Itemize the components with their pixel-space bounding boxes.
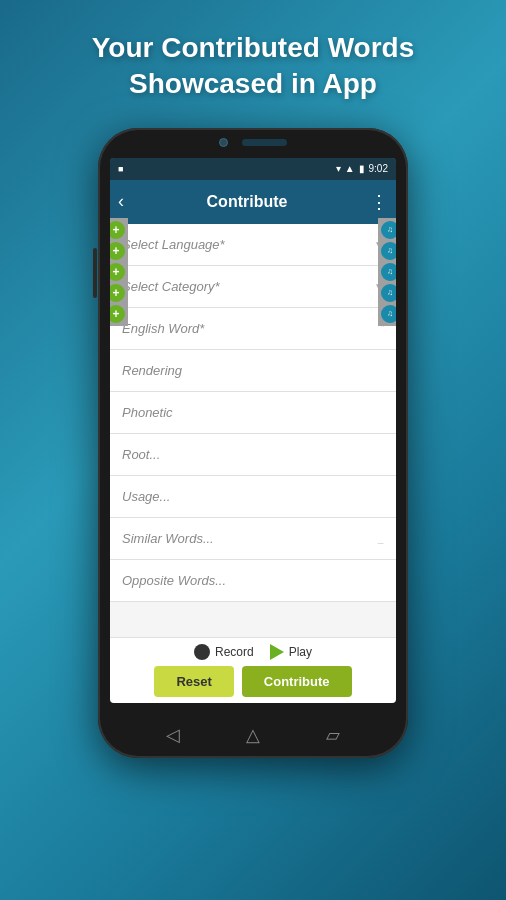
nav-back-button[interactable]: ◁ bbox=[166, 724, 180, 746]
select-category-field[interactable]: Select Category* ▼ bbox=[110, 266, 396, 308]
record-play-row: Record Play bbox=[120, 644, 386, 660]
app-bar-title: Contribute bbox=[132, 193, 362, 211]
notification-icon: ■ bbox=[118, 164, 123, 174]
add-button-1[interactable]: + bbox=[110, 221, 125, 239]
wifi-icon: ▾ bbox=[336, 163, 341, 174]
nav-recent-button[interactable]: ▱ bbox=[326, 724, 340, 746]
phone-top-bar bbox=[219, 138, 287, 147]
right-audio-strip: ♫ ♫ ♫ ♫ ♫ bbox=[378, 218, 396, 326]
audio-button-4[interactable]: ♫ bbox=[381, 284, 396, 302]
left-add-strip: + + + + + bbox=[110, 218, 128, 326]
add-button-2[interactable]: + bbox=[110, 242, 125, 260]
action-bar: Record Play Reset Contribute bbox=[110, 637, 396, 703]
select-category-placeholder: Select Category* bbox=[122, 279, 220, 294]
phone-nav-bar: ◁ △ ▱ bbox=[133, 724, 373, 746]
camera bbox=[219, 138, 228, 147]
record-button[interactable]: Record bbox=[194, 644, 254, 660]
more-options-button[interactable]: ⋮ bbox=[370, 191, 388, 213]
play-triangle-icon bbox=[270, 644, 284, 660]
add-button-5[interactable]: + bbox=[110, 305, 125, 323]
opposite-words-field[interactable]: Opposite Words... bbox=[110, 560, 396, 602]
play-button[interactable]: Play bbox=[270, 644, 312, 660]
reset-button[interactable]: Reset bbox=[154, 666, 233, 697]
add-button-3[interactable]: + bbox=[110, 263, 125, 281]
time-display: 9:02 bbox=[369, 163, 388, 174]
phone-device: ■ ▾ ▲ ▮ 9:02 ‹ Contribute ⋮ bbox=[98, 128, 408, 768]
rendering-placeholder: Rendering bbox=[122, 363, 182, 378]
phonetic-placeholder: Phonetic bbox=[122, 405, 173, 420]
similar-words-field[interactable]: Similar Words... _ bbox=[110, 518, 396, 560]
record-circle-icon bbox=[194, 644, 210, 660]
similar-words-icon: _ bbox=[378, 533, 384, 544]
root-field[interactable]: Root... bbox=[110, 434, 396, 476]
english-word-field[interactable]: English Word* " bbox=[110, 308, 396, 350]
submit-buttons-row: Reset Contribute bbox=[120, 666, 386, 697]
usage-field[interactable]: Usage... bbox=[110, 476, 396, 518]
app-bar: ‹ Contribute ⋮ bbox=[110, 180, 396, 224]
opposite-words-placeholder: Opposite Words... bbox=[122, 573, 226, 588]
battery-icon: ▮ bbox=[359, 163, 365, 174]
select-language-field[interactable]: Select Language* ▼ bbox=[110, 224, 396, 266]
audio-button-3[interactable]: ♫ bbox=[381, 263, 396, 281]
phone-screen: ■ ▾ ▲ ▮ 9:02 ‹ Contribute ⋮ bbox=[110, 158, 396, 703]
status-bar: ■ ▾ ▲ ▮ 9:02 bbox=[110, 158, 396, 180]
form-scroll-area: Select Language* ▼ Select Category* ▼ En… bbox=[110, 224, 396, 637]
phone-frame: ■ ▾ ▲ ▮ 9:02 ‹ Contribute ⋮ bbox=[98, 128, 408, 758]
similar-words-placeholder: Similar Words... bbox=[122, 531, 214, 546]
audio-button-1[interactable]: ♫ bbox=[381, 221, 396, 239]
speaker bbox=[242, 139, 287, 146]
headline: Your Contributed Words Showcased in App bbox=[62, 0, 445, 123]
nav-home-button[interactable]: △ bbox=[246, 724, 260, 746]
root-placeholder: Root... bbox=[122, 447, 160, 462]
audio-button-2[interactable]: ♫ bbox=[381, 242, 396, 260]
english-word-placeholder: English Word* bbox=[122, 321, 204, 336]
add-button-4[interactable]: + bbox=[110, 284, 125, 302]
contribute-button[interactable]: Contribute bbox=[242, 666, 352, 697]
select-language-placeholder: Select Language* bbox=[122, 237, 225, 252]
record-label: Record bbox=[215, 645, 254, 659]
signal-icon: ▲ bbox=[345, 163, 355, 174]
audio-button-5[interactable]: ♫ bbox=[381, 305, 396, 323]
phonetic-field[interactable]: Phonetic bbox=[110, 392, 396, 434]
rendering-field[interactable]: Rendering bbox=[110, 350, 396, 392]
usage-placeholder: Usage... bbox=[122, 489, 170, 504]
play-label: Play bbox=[289, 645, 312, 659]
status-left: ■ bbox=[118, 164, 123, 174]
back-button[interactable]: ‹ bbox=[118, 191, 124, 212]
status-right: ▾ ▲ ▮ 9:02 bbox=[336, 163, 388, 174]
